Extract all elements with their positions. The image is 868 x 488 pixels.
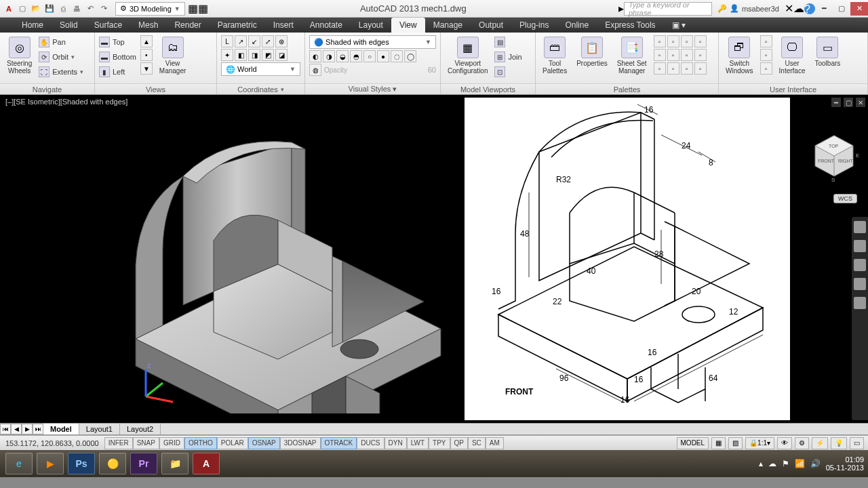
nav-showmotion-icon[interactable]	[854, 297, 866, 309]
new-icon[interactable]: ▢	[16, 3, 28, 15]
sheetset-button[interactable]: 📑Sheet Set Manager	[614, 35, 650, 76]
clean-screen-icon[interactable]: ▭	[850, 437, 864, 449]
hw-accel-icon[interactable]: ⚡	[812, 437, 828, 449]
toggle-am[interactable]: AM	[486, 437, 504, 449]
toggle-3dosnap[interactable]: 3DOSNAP	[280, 437, 321, 449]
toggle-sc[interactable]: SC	[468, 437, 486, 449]
status-layout-icon[interactable]: ▦	[711, 437, 726, 449]
tab-plug-ins[interactable]: Plug-ins	[511, 18, 557, 33]
explorer-icon[interactable]: 📁	[161, 453, 189, 474]
vs-btn-7[interactable]: ◌	[391, 50, 403, 62]
vs-btn-2[interactable]: ◑	[323, 50, 335, 62]
maximize-button[interactable]: ▢	[833, 2, 850, 16]
pal-6[interactable]: ▫	[667, 49, 679, 61]
minimize-button[interactable]: ━	[815, 2, 833, 16]
pal-9[interactable]: ▫	[654, 62, 666, 75]
layout-tab-model[interactable]: Model	[43, 424, 79, 434]
tab-layout[interactable]: Layout	[351, 18, 391, 33]
layout-tab-layout2[interactable]: Layout2	[120, 424, 161, 434]
photoshop-icon[interactable]: Ps	[68, 453, 95, 474]
model-space-button[interactable]: MODEL	[677, 437, 709, 449]
tab-first-icon[interactable]: ⏮	[0, 424, 11, 434]
ui-min-1[interactable]: ▫	[760, 35, 772, 47]
toggle-grid[interactable]: GRID	[159, 437, 184, 449]
tab-prev-icon[interactable]: ◀	[11, 424, 22, 434]
ucs-btn-4[interactable]: ⤢	[262, 35, 274, 47]
tray-network-icon[interactable]: 📶	[795, 459, 805, 468]
pal-5[interactable]: ▫	[654, 49, 666, 61]
pal-8[interactable]: ▫	[694, 49, 707, 61]
properties-button[interactable]: 📋Properties	[574, 35, 610, 68]
open-icon[interactable]: 📂	[30, 3, 42, 15]
search-input[interactable]: Type a keyword or phrase	[624, 2, 712, 16]
tray-cloud-icon[interactable]: ☁	[768, 459, 776, 468]
visual-style-dropdown[interactable]: 🔵 Shaded with edges▼	[309, 35, 436, 49]
exchange-icon[interactable]: ✕	[785, 2, 793, 15]
view-manager-button[interactable]: 🗂 View Manager	[157, 35, 189, 76]
viewport-restore-button[interactable]: ⊡	[494, 65, 521, 79]
redo-icon[interactable]: ↷	[98, 3, 110, 15]
tab-insert[interactable]: Insert	[265, 18, 302, 33]
ucs-btn-6[interactable]: ✦	[221, 49, 233, 61]
drawing-viewport[interactable]: [–][SE Isometric][Shaded with edges] ━ ▢…	[0, 95, 868, 423]
nav-orbit-icon[interactable]	[854, 278, 866, 290]
extents-button[interactable]: ⛶Extents▾	[39, 65, 83, 79]
tab-surface[interactable]: Surface	[86, 18, 130, 33]
toggle-polar[interactable]: POLAR	[217, 437, 248, 449]
toggle-lwt[interactable]: LWT	[407, 437, 429, 449]
view-scroll-mid[interactable]: •	[140, 49, 153, 61]
tab-online[interactable]: Online	[557, 18, 597, 33]
ucs-btn-2[interactable]: ↗	[235, 35, 247, 47]
toggle-tpy[interactable]: TPY	[429, 437, 450, 449]
pal-7[interactable]: ▫	[681, 49, 693, 61]
tab-overflow[interactable]: ▣ ▾	[664, 18, 694, 33]
tray-volume-icon[interactable]: 🔊	[810, 459, 821, 468]
app-menu-icon[interactable]: A	[3, 3, 15, 15]
user-menu[interactable]: 🔑 👤 msabeer3d	[712, 4, 785, 13]
taskbar-clock[interactable]: 01:09 05-11-2013	[826, 455, 864, 472]
help-icon[interactable]: ?	[804, 3, 815, 14]
ucs-world-dropdown[interactable]: 🌐 World▼	[221, 62, 300, 76]
pal-11[interactable]: ▫	[681, 62, 693, 75]
annotation-scale[interactable]: 🔒 1:1 ▾	[745, 437, 774, 449]
tab-render[interactable]: Render	[166, 18, 209, 33]
tab-mesh[interactable]: Mesh	[130, 18, 166, 33]
pal-3[interactable]: ▫	[681, 35, 693, 47]
viewport-label[interactable]: [–][SE Isometric][Shaded with edges]	[5, 98, 127, 106]
viewport-join-button[interactable]: ⊞Join	[494, 50, 521, 64]
pal-10[interactable]: ▫	[667, 62, 679, 75]
save-icon[interactable]: 💾	[43, 3, 56, 15]
toggle-ducs[interactable]: DUCS	[357, 437, 384, 449]
tab-view[interactable]: View	[391, 18, 425, 33]
pal-1[interactable]: ▫	[654, 35, 666, 47]
toggle-ortho[interactable]: ORTHO	[184, 437, 217, 449]
tab-solid[interactable]: Solid	[52, 18, 86, 33]
plot-icon[interactable]: 🖶	[71, 3, 83, 15]
view-left-button[interactable]: ▮Left	[99, 65, 136, 79]
ie-icon[interactable]: e	[5, 453, 33, 474]
view-top-button[interactable]: ▬Top	[99, 35, 136, 49]
qat-extra2-icon[interactable]: ▦	[198, 2, 208, 15]
ucs-btn-9[interactable]: ◩	[262, 49, 274, 61]
tab-parametric[interactable]: Parametric	[210, 18, 265, 33]
viewport-named-button[interactable]: ▤	[494, 35, 521, 49]
media-player-icon[interactable]: ▶	[37, 453, 64, 474]
close-button[interactable]: ✕	[850, 2, 868, 16]
workspace-switch-icon[interactable]: ⚙	[795, 437, 809, 449]
pan-button[interactable]: ✋Pan	[39, 35, 83, 49]
ucs-btn-3[interactable]: ↙	[248, 35, 260, 47]
workspace-dropdown[interactable]: ⚙ 3D Modeling ▼	[115, 2, 185, 16]
view-scroll-up[interactable]: ▲	[140, 35, 153, 47]
user-interface-button[interactable]: 🖵User Interface	[776, 35, 808, 76]
pal-2[interactable]: ▫	[667, 35, 679, 47]
premiere-icon[interactable]: Pr	[130, 453, 157, 474]
orbit-button[interactable]: ⟳Orbit▾	[39, 50, 83, 64]
view-cube[interactable]: TOP FRONT RIGHT S E	[807, 129, 861, 183]
tab-express-tools[interactable]: Express Tools	[597, 18, 663, 33]
vp-max-icon[interactable]: ▢	[844, 98, 853, 107]
infocenter-icon[interactable]: ▸	[618, 2, 624, 15]
ucs-btn-8[interactable]: ◨	[248, 49, 260, 61]
toggle-dyn[interactable]: DYN	[384, 437, 407, 449]
tab-manage[interactable]: Manage	[425, 18, 471, 33]
tray-flag-icon[interactable]: ⚑	[782, 459, 789, 468]
